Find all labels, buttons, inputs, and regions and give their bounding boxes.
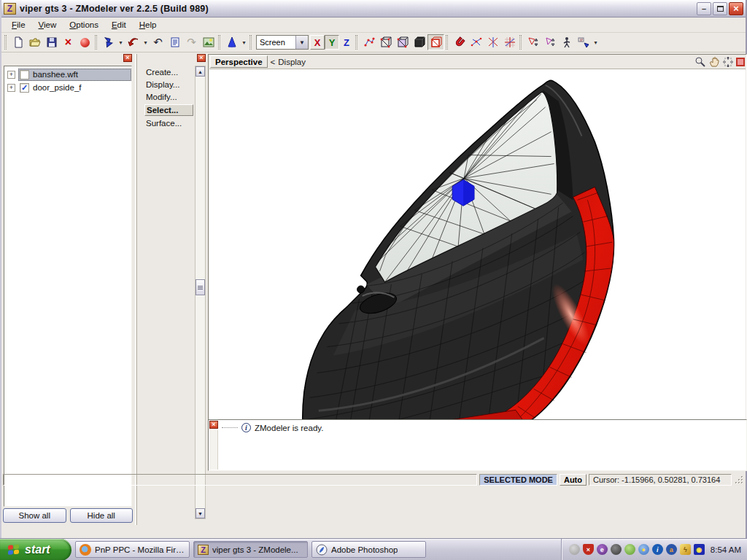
tray-volume-icon[interactable] xyxy=(611,544,622,555)
show-all-button[interactable]: Show all xyxy=(3,508,66,523)
menu-view[interactable]: View xyxy=(33,19,63,31)
axes-cone-button[interactable] xyxy=(223,34,240,50)
objects-mode-button[interactable] xyxy=(411,34,427,50)
toolbar-grip[interactable] xyxy=(519,35,522,50)
tray-info-icon[interactable]: i xyxy=(652,544,663,555)
vertices-mode-button[interactable] xyxy=(360,34,377,50)
tree-row[interactable]: + banshee.wft xyxy=(4,68,131,81)
polygons-mode-button[interactable] xyxy=(394,34,411,50)
export-dropdown[interactable]: ▾ xyxy=(142,34,150,50)
command-select[interactable]: Select... xyxy=(144,104,193,116)
log-panel-close-icon[interactable]: × xyxy=(209,421,218,429)
combo-dropdown-icon[interactable]: ▼ xyxy=(295,36,308,49)
manipulator-button[interactable] xyxy=(558,34,575,50)
tray-purple-app-icon[interactable]: e xyxy=(597,544,608,555)
close-button[interactable]: × xyxy=(729,2,743,15)
import-button[interactable] xyxy=(100,34,117,50)
toolbar-grip[interactable] xyxy=(249,35,252,50)
select-mode-1-button[interactable] xyxy=(525,34,541,50)
import-dropdown[interactable]: ▾ xyxy=(117,34,125,50)
tray-updates-icon[interactable]: ● xyxy=(638,544,649,555)
command-panel-scrollbar[interactable]: ▲ ▼ xyxy=(195,66,206,519)
scene-image-button[interactable] xyxy=(200,34,217,50)
cone-dropdown[interactable]: ▾ xyxy=(240,34,248,50)
scroll-down-icon[interactable]: ▼ xyxy=(196,508,205,518)
hide-all-button[interactable]: Hide all xyxy=(70,508,133,523)
command-display[interactable]: Display... xyxy=(144,79,193,90)
checkbox-unchecked[interactable] xyxy=(20,70,29,79)
command-modify[interactable]: Modify... xyxy=(144,92,193,102)
menu-help[interactable]: Help xyxy=(133,19,163,31)
start-button[interactable]: start xyxy=(0,539,71,560)
command-panel-close-icon[interactable]: × xyxy=(197,54,206,62)
checkbox-checked[interactable]: ✓ xyxy=(20,83,29,93)
modes-menu-button[interactable] xyxy=(575,34,592,50)
export-button[interactable] xyxy=(125,34,142,50)
task-photoshop[interactable]: Adobe Photoshop xyxy=(311,541,426,558)
status-auto-button[interactable]: Auto xyxy=(560,474,587,486)
command-surface[interactable]: Surface... xyxy=(144,118,193,128)
toolbar-grip[interactable] xyxy=(355,35,357,50)
viewport-canvas[interactable] xyxy=(209,69,746,469)
tray-security-shield-icon[interactable]: × xyxy=(583,544,594,555)
axis-x-button[interactable]: X xyxy=(310,35,325,50)
minimize-button[interactable]: – xyxy=(697,2,711,15)
zoom-tool-icon[interactable] xyxy=(694,56,706,68)
material-sphere-button[interactable] xyxy=(77,34,93,50)
tree-panel-close-icon[interactable]: × xyxy=(123,54,132,62)
perspective-button[interactable]: Perspective xyxy=(210,55,268,68)
menu-edit[interactable]: Edit xyxy=(106,19,132,31)
expand-plus-icon[interactable]: + xyxy=(7,84,15,92)
maximize-view-icon[interactable] xyxy=(736,58,745,66)
task-firefox[interactable]: PnP PPC - Mozilla Fire... xyxy=(75,541,190,558)
break-vertices-button[interactable] xyxy=(484,34,501,50)
undo-button[interactable]: ↶ xyxy=(150,34,166,50)
toolbar-grip[interactable] xyxy=(95,35,97,50)
log-scrollbar[interactable] xyxy=(209,430,218,470)
axis-z-button[interactable]: Z xyxy=(339,35,354,50)
title-bar[interactable]: Z viper gts 3 - ZModeler ver 2.2.5 (Buil… xyxy=(1,0,746,18)
tray-antivirus-icon[interactable] xyxy=(624,544,635,555)
menu-options[interactable]: Options xyxy=(63,19,104,31)
select-mode-2-button[interactable] xyxy=(541,34,558,50)
orbit-tool-icon[interactable] xyxy=(722,56,734,68)
tray-messenger-icon[interactable] xyxy=(569,544,580,555)
tree-row[interactable]: + ✓ door_pside_f xyxy=(4,81,131,94)
edges-mode-button[interactable] xyxy=(377,34,394,50)
pan-hand-icon[interactable] xyxy=(708,56,720,68)
new-file-button[interactable] xyxy=(9,34,26,50)
grid-snap-button[interactable] xyxy=(501,34,518,50)
task-zmodeler[interactable]: Z viper gts 3 - ZModele... xyxy=(193,541,308,558)
tree-item-banshee[interactable]: banshee.wft xyxy=(18,69,131,81)
weld-icon xyxy=(471,36,482,48)
save-button[interactable] xyxy=(43,34,60,50)
tray-wireless-icon[interactable]: ◉ xyxy=(694,544,705,555)
resize-grip[interactable] xyxy=(734,475,744,485)
redo-button[interactable]: ↷ xyxy=(183,34,200,50)
delete-button[interactable]: × xyxy=(60,34,77,50)
tree-item-door-pside[interactable]: ✓ door_pside_f xyxy=(18,82,131,94)
axis-y-button[interactable]: Y xyxy=(325,35,339,50)
scene-tree-list[interactable]: + banshee.wft + ✓ door_pside_f xyxy=(4,66,132,507)
toolbar-grip[interactable] xyxy=(4,35,7,50)
selected-mode-button[interactable] xyxy=(427,34,444,50)
tray-power-icon[interactable]: ϟ xyxy=(680,544,691,555)
expand-plus-icon[interactable]: + xyxy=(7,71,15,79)
open-file-button[interactable] xyxy=(26,34,43,50)
tray-a-icon[interactable]: a xyxy=(666,544,677,555)
scrollbar-thumb[interactable] xyxy=(196,279,205,295)
command-create[interactable]: Create... xyxy=(144,67,193,77)
menu-file[interactable]: File xyxy=(6,19,31,31)
panel-divider[interactable] xyxy=(135,54,137,525)
notes-button[interactable] xyxy=(166,34,183,50)
toolbar-grip[interactable] xyxy=(446,35,448,50)
weld-vertices-button[interactable] xyxy=(468,34,484,50)
breadcrumb-back[interactable]: < xyxy=(271,58,276,66)
scroll-up-icon[interactable]: ▲ xyxy=(196,66,205,77)
snap-magnet-button[interactable] xyxy=(451,34,468,50)
axis-space-combobox[interactable]: Screen ▼ xyxy=(256,35,309,50)
breadcrumb-display[interactable]: Display xyxy=(278,58,306,66)
restore-button[interactable] xyxy=(713,2,727,15)
modes-dropdown[interactable]: ▾ xyxy=(592,34,600,50)
toolbar-grip[interactable] xyxy=(218,35,220,50)
